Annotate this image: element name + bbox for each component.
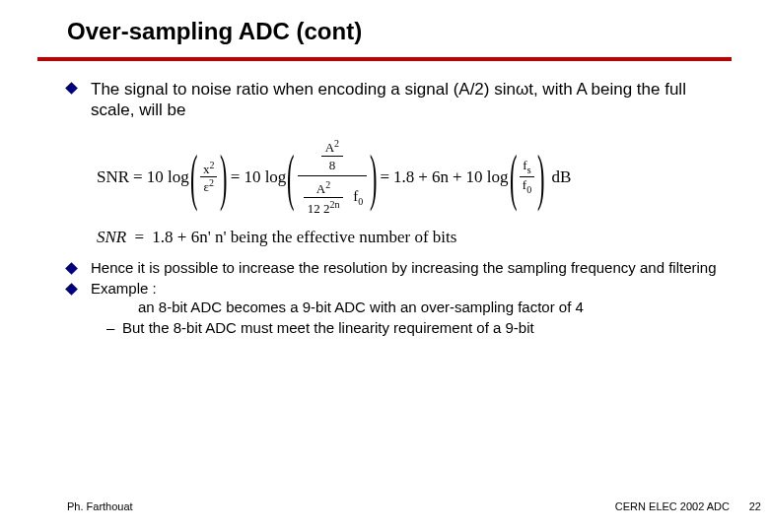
equals: = xyxy=(133,168,143,185)
tenlog: 10 log xyxy=(147,168,189,185)
left-paren-icon: ( xyxy=(190,149,197,206)
diamond-icon xyxy=(65,283,78,296)
frac-a2-8: A2 8 xyxy=(321,137,343,173)
text: The signal to noise ratio when encoding … xyxy=(91,80,516,99)
tenlog: 10 log xyxy=(466,168,509,185)
sixn: 6n xyxy=(432,168,449,185)
example-line2: an 8-bit ADC becomes a 9-bit ADC with an… xyxy=(138,299,718,317)
page-number: 22 xyxy=(749,500,761,512)
diamond-icon xyxy=(65,263,78,276)
snr-label: SNR xyxy=(97,228,126,246)
title-underline xyxy=(37,57,732,61)
tenlog: 10 log xyxy=(244,168,286,185)
plus: + xyxy=(453,168,462,185)
slide: Over-sampling ADC (cont) The signal to n… xyxy=(0,0,769,532)
frac-a2-12: A2 12 22n xyxy=(304,178,344,218)
right-paren-icon: ) xyxy=(220,149,227,206)
footer-author: Ph. Farthouat xyxy=(67,500,133,512)
equals: = xyxy=(380,168,389,185)
right-paren-icon: ) xyxy=(370,149,377,206)
secondary-bullets: Hence it is possible to increase the res… xyxy=(67,259,718,337)
frac-big: A2 8 A2 12 22n f0 xyxy=(298,135,368,220)
left-paren-icon: ( xyxy=(509,149,516,206)
equals: = xyxy=(134,228,144,246)
slide-title: Over-sampling ADC (cont) xyxy=(67,18,362,45)
const: 1.8 xyxy=(393,168,414,185)
snr-label: SNR xyxy=(97,168,129,185)
row2-text: 1.8 + 6n' n' being the effective number … xyxy=(152,228,456,246)
dash-icon: – xyxy=(106,319,114,338)
bullet-example: Example : an 8-bit ADC becomes a 9-bit A… xyxy=(67,280,718,337)
plus: + xyxy=(418,168,428,185)
formula-row-2: SNR = 1.8 + 6n' n' being the effective n… xyxy=(97,229,718,245)
text: Example : xyxy=(91,280,157,297)
text: But the 8-bit ADC must meet the linearit… xyxy=(122,319,534,336)
equals: = xyxy=(231,168,241,185)
diamond-icon xyxy=(65,82,78,95)
slide-body: The signal to noise ratio when encoding … xyxy=(67,79,718,339)
omega: ω xyxy=(516,80,528,99)
bullet-snr-intro: The signal to noise ratio when encoding … xyxy=(67,79,718,121)
left-paren-icon: ( xyxy=(287,149,294,206)
sub-bullet-linearity: – But the 8-bit ADC must meet the linear… xyxy=(91,319,718,338)
formula-block: SNR = 10 log ( x2 ε2 ) = 10 log ( A2 xyxy=(97,135,718,246)
right-paren-icon: ) xyxy=(537,149,544,206)
bullet-resolution: Hence it is possible to increase the res… xyxy=(67,259,718,278)
text: Hence it is possible to increase the res… xyxy=(91,259,717,276)
frac-x2-e2: x2 ε2 xyxy=(200,160,218,195)
footer-event: CERN ELEC 2002 ADC xyxy=(615,500,730,512)
formula-row-1: SNR = 10 log ( x2 ε2 ) = 10 log ( A2 xyxy=(97,135,718,220)
frac-fs-f0: fs f0 xyxy=(520,158,534,195)
db-unit: dB xyxy=(551,168,571,185)
